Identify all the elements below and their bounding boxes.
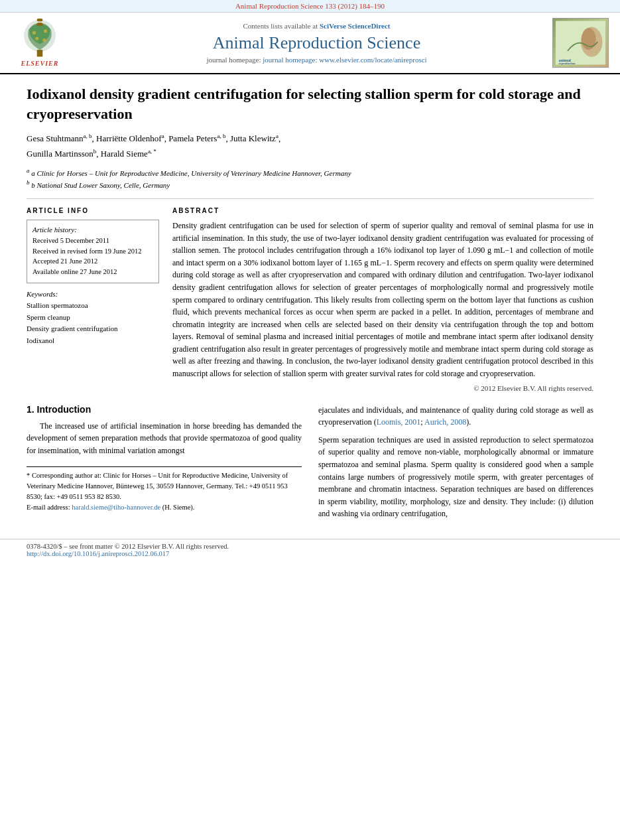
journal-center: Contents lists available at SciVerse Sci… (83, 22, 550, 64)
intro-section: 1. Introduction The increased use of art… (27, 404, 593, 525)
available-date: Available online 27 June 2012 (32, 267, 153, 277)
received-date: Received 5 December 2011 (32, 236, 153, 246)
authors-line: Gesa Stuhtmanna, b, Harriëtte Oldenhofa,… (27, 131, 593, 161)
keywords-section: Keywords: Stallion spermatozoa Sperm cle… (27, 290, 159, 346)
footnote-section: * Corresponding author at: Clinic for Ho… (27, 466, 302, 512)
divider (27, 198, 593, 199)
homepage-link[interactable]: journal homepage: www.elsevier.com/locat… (263, 56, 426, 64)
abstract-col: ABSTRACT Density gradient centrifugation… (172, 207, 593, 392)
abstract-text: Density gradient centrifugation can be u… (172, 220, 593, 380)
keyword-4: Iodixanol (27, 335, 159, 347)
accepted-date: Accepted 21 June 2012 (32, 256, 153, 267)
sciverse-line: Contents lists available at SciVerse Sci… (83, 22, 550, 30)
svg-point-3 (44, 29, 47, 33)
corresponding-author: * Corresponding author at: Clinic for Ho… (27, 470, 302, 502)
article-info-heading: ARTICLE INFO (27, 207, 159, 214)
intro-paragraph-right-1: ejaculates and individuals, and maintena… (318, 404, 593, 429)
elsevier-logo: ELSEVIER (10, 19, 70, 67)
keyword-1: Stallion spermatozoa (27, 300, 159, 312)
intro-paragraph-left: The increased use of artificial insemina… (27, 420, 302, 457)
doi-line: http://dx.doi.org/10.1016/j.anireprosci.… (27, 550, 593, 557)
revised-date: Received in revised form 19 June 2012 (32, 246, 153, 257)
intro-left-col: 1. Introduction The increased use of art… (27, 404, 302, 525)
bottom-bar: 0378-4320/$ – see front matter © 2012 El… (0, 539, 620, 561)
keyword-3: Density gradient centrifugation (27, 323, 159, 335)
content-area: Iodixanol density gradient centrifugatio… (0, 74, 620, 535)
affiliation-a: a a Clinic for Horses – Unit for Reprodu… (27, 167, 593, 178)
journal-citation: Animal Reproduction Science 133 (2012) 1… (0, 0, 620, 13)
svg-point-2 (32, 31, 36, 35)
affiliations: a a Clinic for Horses – Unit for Reprodu… (27, 167, 593, 190)
email-link[interactable]: harald.sieme@tiho-hannover.de (72, 504, 160, 511)
keyword-2: Sperm cleanup (27, 312, 159, 324)
sciverse-link[interactable]: SciVerse ScienceDirect (320, 22, 391, 30)
intro-right-col: ejaculates and individuals, and maintena… (318, 404, 593, 525)
elsevier-label: ELSEVIER (21, 60, 59, 67)
history-label: Article history: (32, 226, 153, 234)
email-line: E-mail address: harald.sieme@tiho-hannov… (27, 502, 302, 513)
affiliation-b: b b National Stud Lower Saxony, Celle, G… (27, 178, 593, 190)
ref-aurich[interactable]: Aurich, 2008 (424, 417, 466, 427)
intro-two-col: 1. Introduction The increased use of art… (27, 404, 593, 525)
ref-loomis[interactable]: Loomis, 2001 (377, 417, 421, 427)
abstract-heading: ABSTRACT (172, 207, 593, 214)
issn-line: 0378-4320/$ – see front matter © 2012 El… (27, 543, 593, 550)
doi-link[interactable]: http://dx.doi.org/10.1016/j.anireprosci.… (27, 550, 169, 557)
paper-title: Iodixanol density gradient centrifugatio… (27, 84, 593, 123)
svg-rect-7 (37, 19, 43, 21)
journal-homepage: journal homepage: journal homepage: www.… (83, 56, 550, 64)
journal-header: ELSEVIER Contents lists available at Sci… (0, 13, 620, 74)
journal-logo-right: animal reproduction (550, 18, 610, 68)
citation-text: Animal Reproduction Science 133 (2012) 1… (235, 2, 385, 10)
intro-paragraph-right-2: Sperm separation techniques are used in … (318, 434, 593, 520)
elsevier-tree-icon (13, 19, 66, 58)
svg-point-4 (35, 36, 38, 40)
article-info-col: ARTICLE INFO Article history: Received 5… (27, 207, 159, 392)
article-history-box: Article history: Received 5 December 201… (27, 220, 159, 283)
svg-text:reproduction: reproduction (558, 62, 576, 65)
copyright-line: © 2012 Elsevier B.V. All rights reserved… (172, 384, 593, 392)
journal-title: Animal Reproduction Science (83, 33, 550, 53)
section-1-heading: 1. Introduction (27, 404, 302, 415)
svg-point-5 (42, 38, 46, 42)
animal-repro-logo-icon: animal reproduction (552, 18, 609, 68)
svg-point-6 (36, 23, 43, 26)
keywords-label: Keywords: (27, 290, 159, 298)
info-abstract-section: ARTICLE INFO Article history: Received 5… (27, 207, 593, 392)
